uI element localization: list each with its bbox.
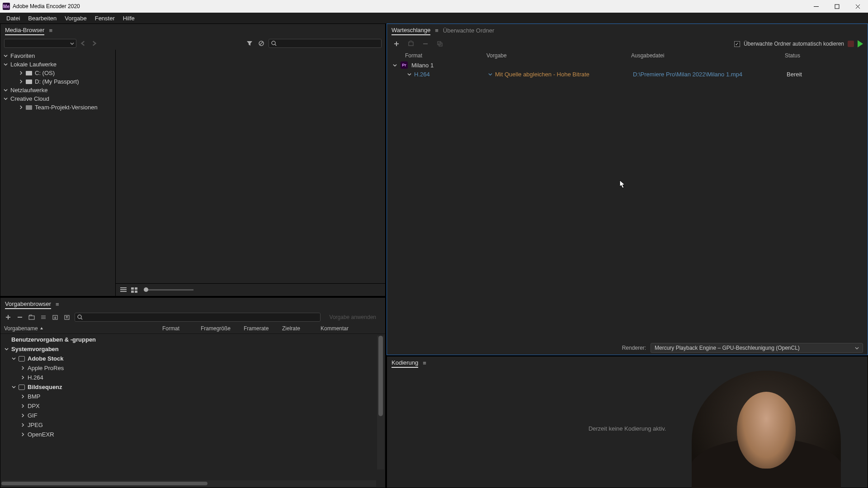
svg-point-2 [272, 41, 275, 45]
zoom-slider[interactable] [144, 289, 193, 291]
tab-encoding[interactable]: Kodierung [392, 358, 418, 368]
queue-panel: Warteschlange ≡ Überwachte Ordner Überwa… [387, 23, 868, 355]
preset-label: H.264 [28, 374, 43, 381]
col-comment-label[interactable]: Kommentar [321, 325, 363, 332]
tree-label: Favoriten [10, 52, 35, 59]
tab-queue[interactable]: Warteschlange [392, 26, 430, 35]
import-preset-icon[interactable] [51, 313, 59, 321]
menu-file[interactable]: Datei [3, 14, 24, 23]
preset-group-adobe-stock[interactable]: Adobe Stock [0, 354, 385, 363]
col-framesize-label[interactable]: Framegröße [201, 325, 244, 332]
col-status-label[interactable]: Status [785, 52, 863, 59]
tab-preset-browser[interactable]: Vorgabenbrowser [5, 300, 51, 309]
tree-favorites[interactable]: Favoriten [0, 52, 115, 60]
svg-rect-0 [835, 5, 839, 9]
scrollbar-thumb[interactable] [378, 336, 383, 416]
tree-drive-c[interactable]: C: (OS) [0, 69, 115, 77]
status-label: Bereit [787, 71, 862, 78]
preset-subgroup[interactable]: DPX [0, 401, 385, 411]
preset-group-user[interactable]: Benutzervorgaben & -gruppen [0, 335, 385, 344]
col-name-label[interactable]: Vorgabename [4, 325, 38, 332]
tree-creative-cloud[interactable]: Creative Cloud [0, 94, 115, 103]
stop-queue-button[interactable] [848, 41, 854, 47]
start-queue-button[interactable] [858, 40, 863, 47]
preset-link[interactable]: Mit Quelle abgleichen - Hohe Bitrate [495, 71, 590, 78]
preset-settings-icon[interactable] [39, 313, 47, 321]
add-output-button[interactable] [406, 39, 416, 49]
preset-label: OpenEXR [28, 431, 54, 438]
preset-label: DPX [28, 403, 40, 409]
preset-subgroup[interactable]: Apple ProRes [0, 363, 385, 373]
tree-label: C: (OS) [35, 70, 55, 76]
preset-subgroup[interactable]: H.264 [0, 373, 385, 382]
minimize-button[interactable] [806, 0, 826, 13]
maximize-button[interactable] [826, 0, 847, 13]
col-bitrate-label[interactable]: Zielrate [282, 325, 321, 332]
new-group-icon[interactable] [28, 313, 36, 321]
panel-menu-icon[interactable]: ≡ [56, 301, 59, 308]
media-search-input[interactable] [269, 39, 382, 48]
remove-button[interactable] [420, 39, 430, 49]
thumb-view-icon[interactable] [130, 287, 138, 293]
col-output-label[interactable]: Ausgabedatei [631, 52, 785, 59]
preset-group-image-sequence[interactable]: Bildsequenz [0, 382, 385, 392]
zoom-handle[interactable] [144, 287, 148, 292]
filter-icon[interactable] [245, 39, 254, 48]
add-source-button[interactable] [392, 39, 401, 49]
media-tree: Favoriten Lokale Laufwerke C: (OS) D: (M… [0, 50, 116, 296]
close-button[interactable] [847, 0, 868, 13]
source-name: Milano 1 [411, 62, 434, 69]
preset-label: JPEG [28, 422, 43, 428]
nav-forward-icon[interactable] [90, 39, 98, 47]
preset-subgroup[interactable]: GIF [0, 411, 385, 420]
queue-source-row[interactable]: Pr Milano 1 [389, 61, 866, 70]
duplicate-button[interactable] [435, 39, 445, 49]
tab-media-browser[interactable]: Media-Browser [5, 26, 44, 35]
chevron-down-icon[interactable] [488, 72, 492, 76]
preset-subgroup[interactable]: OpenEXR [0, 430, 385, 439]
col-format-label[interactable]: Format [405, 52, 486, 59]
preset-group-system[interactable]: Systemvorgaben [0, 344, 385, 354]
tree-team-projects[interactable]: Team-Projekt-Versionen [0, 103, 115, 112]
preset-scrollbar-h[interactable] [1, 480, 376, 487]
tab-watch-folders[interactable]: Überwachte Ordner [443, 26, 494, 35]
panel-menu-icon[interactable]: ≡ [49, 27, 52, 34]
preset-subgroup[interactable]: BMP [0, 392, 385, 401]
queue-list[interactable]: Pr Milano 1 H.264 Mit Quelle abgleichen … [387, 61, 868, 341]
col-preset-label[interactable]: Vorgabe [486, 52, 631, 59]
tree-drive-d[interactable]: D: (My Passport) [0, 77, 115, 86]
renderer-dropdown[interactable]: Mercury Playback Engine – GPU-Beschleuni… [651, 343, 863, 353]
export-preset-icon[interactable] [63, 313, 71, 321]
app-title: Adobe Media Encoder 2020 [13, 3, 80, 9]
auto-encode-checkbox[interactable] [734, 41, 740, 47]
menu-bar: Datei Bearbeiten Vorgabe Fenster Hilfe [0, 13, 868, 23]
ingest-icon[interactable] [257, 39, 266, 48]
list-view-icon[interactable] [119, 287, 127, 293]
col-framerate-label[interactable]: Framerate [244, 325, 282, 332]
menu-window[interactable]: Fenster [91, 14, 118, 23]
folder-icon [19, 356, 25, 361]
nav-back-icon[interactable] [79, 39, 87, 47]
menu-edit[interactable]: Bearbeiten [24, 14, 60, 23]
scrollbar-thumb[interactable] [1, 482, 208, 485]
svg-rect-7 [29, 316, 34, 319]
panel-menu-icon[interactable]: ≡ [423, 360, 426, 366]
path-dropdown[interactable] [4, 39, 76, 48]
menu-help[interactable]: Hilfe [119, 14, 138, 23]
preset-search-input[interactable] [75, 313, 321, 322]
preset-subgroup[interactable]: JPEG [0, 420, 385, 430]
svg-point-10 [78, 315, 81, 319]
tree-network-drives[interactable]: Netzlaufwerke [0, 86, 115, 94]
queue-output-row[interactable]: H.264 Mit Quelle abgleichen - Hohe Bitra… [389, 70, 866, 79]
remove-preset-icon[interactable] [16, 313, 24, 321]
tree-local-drives[interactable]: Lokale Laufwerke [0, 60, 115, 69]
col-format-label[interactable]: Format [162, 325, 201, 332]
preset-browser-panel: Vorgabenbrowser ≡ Vorgabe anwenden Vorga… [0, 297, 386, 488]
new-preset-icon[interactable] [4, 313, 12, 321]
menu-preset[interactable]: Vorgabe [61, 14, 90, 23]
panel-menu-icon[interactable]: ≡ [435, 27, 439, 34]
output-path-link[interactable]: D:\Premiere Pro\Milan 2022\Milano 1.mp4 [633, 71, 742, 78]
preset-scrollbar-v[interactable] [377, 336, 384, 469]
auto-encode-label: Überwachte Ordner automatisch kodieren [744, 41, 844, 47]
format-link[interactable]: H.264 [414, 71, 430, 78]
